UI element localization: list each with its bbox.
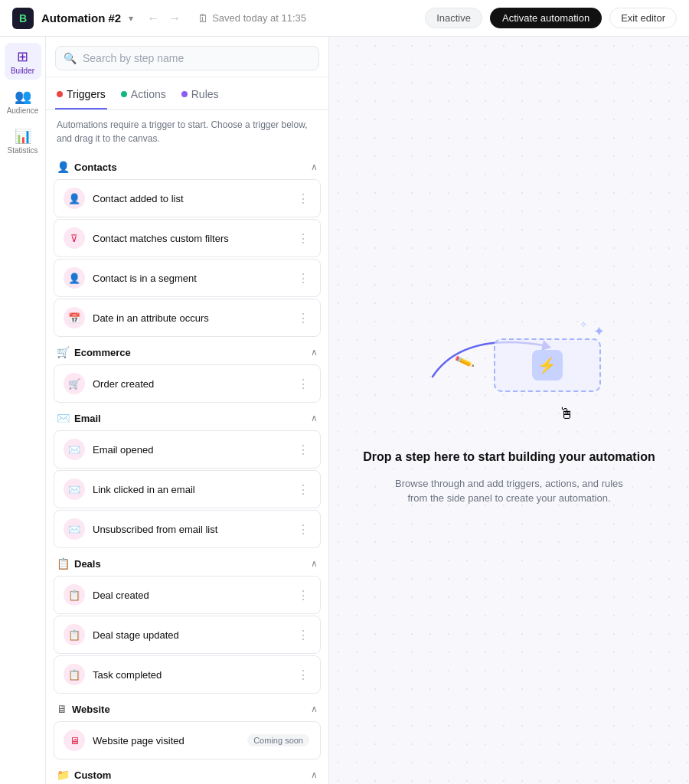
trigger-deal-created[interactable]: 📋 Deal created ⋮	[54, 576, 321, 614]
nav-item-builder[interactable]: ⊞ Builder	[5, 43, 41, 80]
trigger-email-opened[interactable]: ✉️ Email opened ⋮	[54, 430, 321, 469]
contact-segment-menu-icon[interactable]: ⋮	[294, 270, 312, 287]
search-input[interactable]	[83, 52, 311, 64]
trigger-contact-segment[interactable]: 👤 Contact is in a segment ⋮	[54, 259, 321, 297]
unsubscribed-menu-icon[interactable]: ⋮	[294, 521, 312, 538]
website-section-icon: 🖥	[57, 703, 67, 715]
custom-section-icon: 📁	[57, 769, 70, 781]
date-attribute-icon: 📅	[64, 307, 85, 328]
sparkle-icon-2: ✧	[580, 319, 587, 330]
drop-box-lightning: ⚡	[532, 350, 563, 381]
email-opened-label: Email opened	[93, 444, 286, 456]
activate-button[interactable]: Activate automation	[490, 8, 602, 28]
deal-created-menu-icon[interactable]: ⋮	[294, 586, 312, 604]
email-chevron-icon[interactable]: ∧	[311, 413, 318, 423]
cursor-icon: 🖱	[559, 405, 574, 423]
link-clicked-menu-icon[interactable]: ⋮	[294, 481, 312, 498]
actions-dot	[121, 91, 127, 97]
builder-icon: ⊞	[17, 48, 28, 65]
trigger-task-completed[interactable]: 📋 Task completed ⋮	[54, 655, 321, 694]
contact-filters-menu-icon[interactable]: ⋮	[294, 230, 312, 247]
saved-status: 🗓 Saved today at 11:35	[198, 12, 306, 24]
nav-label-builder: Builder	[11, 67, 34, 75]
search-box[interactable]: 🔍	[55, 46, 319, 70]
website-chevron-icon[interactable]: ∧	[311, 704, 318, 714]
redo-button[interactable]: →	[165, 10, 184, 27]
deal-created-icon: 📋	[64, 584, 85, 606]
ecommerce-chevron-icon[interactable]: ∧	[311, 347, 318, 358]
contact-segment-label: Contact is in a segment	[93, 273, 286, 284]
trigger-contact-filters[interactable]: ⊽ Contact matches custom filters ⋮	[54, 219, 321, 257]
contacts-section-icon: 👤	[57, 161, 70, 173]
tab-triggers[interactable]: Triggers	[55, 83, 107, 109]
sparkle-icon-1: ✦	[593, 323, 605, 340]
section-ecommerce: 🛒 Ecommerce ∧	[46, 338, 328, 363]
order-created-menu-icon[interactable]: ⋮	[294, 375, 312, 393]
deal-created-label: Deal created	[93, 590, 286, 601]
inactive-status-button[interactable]: Inactive	[425, 8, 482, 28]
tab-actions[interactable]: Actions	[119, 83, 168, 109]
contact-filters-icon: ⊽	[64, 227, 85, 249]
undo-redo-group: ← →	[144, 10, 184, 27]
website-section-title: Website	[72, 704, 306, 715]
tab-actions-label: Actions	[131, 88, 166, 100]
email-opened-icon: ✉️	[64, 439, 85, 460]
topbar: B Automation #2 ▾ ← → 🗓 Saved today at 1…	[0, 0, 689, 37]
deals-chevron-icon[interactable]: ∧	[311, 558, 318, 569]
email-section-title: Email	[74, 413, 306, 424]
logo: B	[12, 8, 34, 29]
deal-stage-icon: 📋	[64, 624, 85, 645]
canvas-drop-desc: Browse through and add triggers, actions…	[394, 476, 624, 506]
undo-button[interactable]: ←	[144, 10, 162, 27]
nav-label-audience: Audience	[7, 106, 39, 115]
task-completed-menu-icon[interactable]: ⋮	[294, 666, 312, 684]
nav-label-statistics: Statistics	[7, 146, 38, 155]
deals-section-icon: 📋	[57, 557, 70, 570]
contact-added-icon: 👤	[64, 188, 85, 209]
deal-stage-menu-icon[interactable]: ⋮	[294, 626, 312, 644]
sidebar: 🔍 Triggers Actions Rules Automations req…	[46, 37, 329, 784]
section-deals: 📋 Deals ∧	[46, 550, 328, 574]
trigger-unsubscribed[interactable]: ✉️ Unsubscribed from email list ⋮	[54, 510, 321, 548]
trigger-order-created[interactable]: 🛒 Order created ⋮	[54, 364, 321, 403]
section-contacts: 👤 Contacts ∧	[46, 153, 328, 178]
saved-text: Saved today at 11:35	[212, 12, 306, 24]
canvas-drop-title: Drop a step here to start building your …	[363, 450, 655, 464]
trigger-link-clicked[interactable]: ✉️ Link clicked in an email ⋮	[54, 470, 321, 508]
save-icon: 🗓	[198, 12, 208, 24]
custom-chevron-icon[interactable]: ∧	[311, 769, 318, 780]
nav-item-audience[interactable]: 👥 Audience	[5, 83, 41, 119]
tab-rules[interactable]: Rules	[180, 83, 220, 109]
contacts-chevron-icon[interactable]: ∧	[311, 162, 318, 172]
canvas-illustration: ⚡ ✏️ ✦ ✧ 🖱	[410, 315, 609, 438]
task-completed-icon: 📋	[64, 664, 85, 685]
trigger-deal-stage[interactable]: 📋 Deal stage updated ⋮	[54, 616, 321, 654]
sidebar-tabs: Triggers Actions Rules	[46, 77, 328, 110]
search-icon: 🔍	[64, 52, 77, 64]
contact-segment-icon: 👤	[64, 267, 85, 289]
email-opened-menu-icon[interactable]: ⋮	[294, 441, 312, 459]
title-chevron-icon[interactable]: ▾	[129, 13, 133, 24]
tab-rules-label: Rules	[191, 88, 219, 100]
contact-filters-label: Contact matches custom filters	[93, 233, 286, 244]
email-section-icon: ✉️	[57, 412, 70, 424]
contacts-section-title: Contacts	[74, 162, 306, 173]
exit-editor-button[interactable]: Exit editor	[609, 8, 677, 28]
triggers-dot	[57, 91, 63, 97]
canvas-drop-zone: ⚡ ✏️ ✦ ✧ 🖱 Drop a step here to start bui…	[363, 315, 655, 506]
main-layout: ⊞ Builder 👥 Audience 📊 Statistics 🔍 Trig…	[0, 37, 689, 784]
deals-section-title: Deals	[74, 558, 306, 570]
sidebar-search-area: 🔍	[46, 37, 328, 77]
drop-box: ⚡	[494, 338, 601, 392]
tab-triggers-label: Triggers	[67, 88, 106, 100]
trigger-contact-added[interactable]: 👤 Contact added to list ⋮	[54, 179, 321, 217]
unsubscribed-icon: ✉️	[64, 518, 85, 540]
date-attribute-menu-icon[interactable]: ⋮	[294, 309, 312, 327]
custom-section-title: Custom	[74, 769, 306, 781]
contact-added-menu-icon[interactable]: ⋮	[294, 190, 312, 207]
trigger-date-attribute[interactable]: 📅 Date in an attribute occurs ⋮	[54, 299, 321, 337]
trigger-website-visited[interactable]: 🖥 Website page visited Coming soon	[54, 721, 321, 760]
task-completed-label: Task completed	[93, 669, 286, 681]
contact-added-label: Contact added to list	[93, 193, 286, 204]
nav-item-statistics[interactable]: 📊 Statistics	[5, 122, 41, 159]
